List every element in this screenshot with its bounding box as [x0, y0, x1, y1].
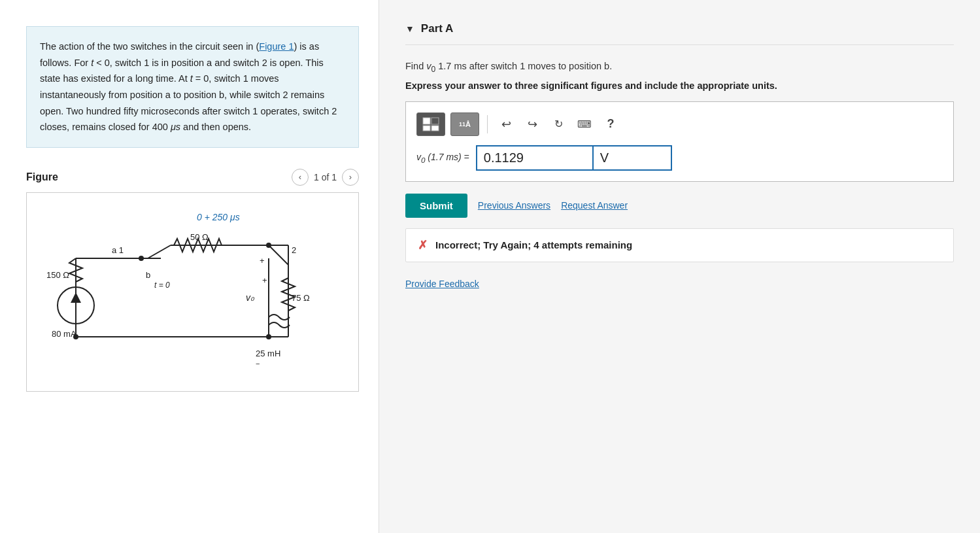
answer-box: 11Å ↩ ↪ ↻ ⌨ ? v0 (1.7 ms) =: [405, 101, 954, 182]
svg-rect-32: [423, 126, 430, 131]
input-label: v0 (1.7 ms) =: [416, 152, 469, 164]
toolbar: 11Å ↩ ↪ ↻ ⌨ ?: [416, 112, 943, 136]
toolbar-help-btn[interactable]: ?: [600, 114, 621, 135]
toolbar-undo-btn[interactable]: ↩: [496, 114, 516, 135]
input-row: v0 (1.7 ms) =: [416, 145, 943, 171]
figure-page: 1 of 1: [314, 172, 337, 182]
svg-rect-30: [423, 118, 430, 124]
svg-text:v₀: v₀: [246, 292, 255, 303]
svg-text:150 Ω: 150 Ω: [46, 270, 69, 280]
figure-nav: ‹ 1 of 1 ›: [292, 169, 359, 186]
toolbar-units-btn[interactable]: 11Å: [450, 112, 479, 136]
svg-text:0 + 250 μs: 0 + 250 μs: [197, 212, 240, 222]
svg-rect-33: [431, 126, 439, 131]
units-input[interactable]: [594, 145, 672, 171]
part-collapse-icon[interactable]: ▼: [405, 24, 414, 34]
template-icon: [422, 116, 440, 132]
toolbar-redo-btn[interactable]: ↪: [522, 114, 543, 135]
problem-text-2: ) is as follows. For t < 0, switch 1 is …: [40, 41, 337, 132]
toolbar-refresh-btn[interactable]: ↻: [548, 114, 569, 135]
request-answer-button[interactable]: Request Answer: [561, 200, 628, 211]
svg-text:80 mA: 80 mA: [52, 329, 76, 339]
right-panel: ▼ Part A Find v0 1.7 ms after switch 1 m…: [379, 0, 980, 533]
submit-button[interactable]: Submit: [405, 194, 467, 218]
part-header: ▼ Part A: [405, 13, 954, 45]
svg-line-10: [269, 245, 288, 265]
left-panel: The action of the two switches in the ci…: [0, 0, 379, 533]
part-title: Part A: [421, 22, 453, 35]
submit-row: Submit Previous Answers Request Answer: [405, 194, 954, 218]
error-box: ✗ Incorrect; Try Again; 4 attempts remai…: [405, 228, 954, 262]
svg-text:75 Ω: 75 Ω: [292, 293, 310, 303]
svg-text:+: +: [260, 256, 265, 266]
svg-rect-31: [431, 118, 439, 124]
figure-prev-button[interactable]: ‹: [292, 169, 309, 186]
svg-line-6: [148, 245, 171, 258]
figure-next-button[interactable]: ›: [342, 169, 359, 186]
figure-title: Figure: [26, 171, 58, 183]
provide-feedback-button[interactable]: Provide Feedback: [405, 279, 479, 289]
toolbar-separator-1: [487, 115, 488, 133]
problem-description: The action of the two switches in the ci…: [26, 26, 359, 148]
figure-link[interactable]: Figure 1: [259, 41, 294, 52]
svg-point-20: [266, 334, 271, 339]
figure-section: Figure ‹ 1 of 1 › 0 + 250 μs 50 Ω: [26, 169, 359, 392]
svg-text:+: +: [262, 275, 267, 285]
previous-answers-button[interactable]: Previous Answers: [478, 200, 550, 211]
svg-text:t = 0: t = 0: [154, 281, 170, 290]
answer-input[interactable]: [476, 145, 594, 171]
error-text: Incorrect; Try Again; 4 attempts remaini…: [435, 239, 632, 250]
problem-text-1: The action of the two switches in the ci…: [40, 41, 259, 52]
svg-text:−: −: [256, 360, 260, 368]
svg-text:b: b: [146, 270, 150, 280]
question-text: Find v0 1.7 ms after switch 1 moves to p…: [405, 61, 954, 74]
instruction-text: Express your answer to three significant…: [405, 80, 954, 91]
svg-text:2: 2: [292, 245, 296, 255]
svg-text:25 mH: 25 mH: [256, 349, 280, 358]
figure-container: 0 + 250 μs 50 Ω a 1 b: [26, 192, 359, 392]
error-icon: ✗: [418, 238, 428, 252]
svg-point-5: [139, 256, 144, 261]
toolbar-template-btn[interactable]: [416, 112, 445, 136]
circuit-diagram: 0 + 250 μs 50 Ω a 1 b: [40, 206, 359, 376]
toolbar-keyboard-btn[interactable]: ⌨: [574, 114, 595, 135]
svg-text:a  1: a 1: [112, 245, 124, 255]
